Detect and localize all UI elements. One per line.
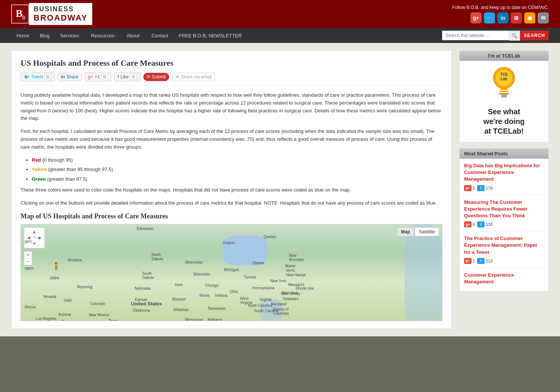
article-para-3: These three colors were used to color co… xyxy=(21,186,442,194)
stat-tw-2: t 133 xyxy=(477,221,492,227)
list-item-yellow: Yellow (greater than 95 through 97.5) xyxy=(32,166,442,173)
satellite-button[interactable]: Satellite xyxy=(415,227,439,236)
search-button[interactable]: SEARCH xyxy=(520,31,549,40)
svg-rect-5 xyxy=(500,91,508,92)
illinois-label: Illinois xyxy=(199,293,210,298)
nav-bar: Home Blog Services Resources About Conta… xyxy=(0,28,560,43)
tcelab-header: I'm at TCELab xyxy=(460,51,548,61)
top-header: BB BUSINESS BROADWAY Follow B.O.B. and k… xyxy=(0,0,560,28)
shared-post-3-title[interactable]: The Practice of Customer Experience Mana… xyxy=(464,235,544,256)
nav-blog[interactable]: Blog xyxy=(35,28,55,43)
indiana-label: Indiana xyxy=(215,293,227,298)
shared-post-1-stats: g+ 5 t 179 xyxy=(464,185,544,191)
email-icon[interactable]: ✉ xyxy=(538,12,549,24)
email-share-label: Share via email xyxy=(181,74,212,80)
newmexico-label: New Mexico xyxy=(89,313,109,317)
map-container[interactable]: ▲ ◀ ⊙ ▶ ▼ + − 🧍 xyxy=(21,224,442,321)
rhode-label: Rhode Isla. xyxy=(296,286,315,290)
map-nav-control[interactable]: ▲ ◀ ⊙ ▶ ▼ xyxy=(24,227,45,248)
nav-about[interactable]: About xyxy=(121,28,146,43)
shared-post-4-title[interactable]: Customer Experience Management xyxy=(464,272,544,285)
map-zoom[interactable]: + − xyxy=(24,251,32,265)
newyork2-label: New York xyxy=(270,279,286,283)
nav-contact[interactable]: Contact xyxy=(146,28,174,43)
google-plus-icon[interactable]: g+ xyxy=(470,12,482,24)
nav-s[interactable]: ▼ xyxy=(32,241,37,246)
nav-nw[interactable] xyxy=(26,229,31,234)
street-view-icon[interactable]: 🧍 xyxy=(52,262,61,271)
zoom-in[interactable]: + xyxy=(24,252,32,258)
share-linkedin-button[interactable]: in Share xyxy=(57,73,82,81)
submit-button[interactable]: ⟳ Submit xyxy=(143,73,169,81)
tweet-button[interactable]: 🐦 Tweet 0 xyxy=(21,72,55,81)
green-label: Green xyxy=(32,176,46,182)
tcelab-line3: at TCELab! xyxy=(466,126,542,136)
gary-label: gary xyxy=(25,239,32,243)
zoom-out[interactable]: − xyxy=(24,258,32,265)
tweet-label: Tweet xyxy=(31,74,43,80)
nav-newsletter[interactable]: FREE B.O.B. NEWSLETTER xyxy=(174,28,247,43)
north-dakota-label: NorthDakota xyxy=(152,253,164,261)
logo-box[interactable]: BB xyxy=(11,4,29,24)
virginia-label: Virginia xyxy=(259,298,271,302)
nav-e[interactable]: ▶ xyxy=(37,235,43,240)
main-wrap: US Hospitals and Process of Care Measure… xyxy=(0,43,560,336)
shared-post-1: Big Data has Big Implications for Custom… xyxy=(460,159,548,195)
twitter-icon[interactable]: 🐦 xyxy=(484,12,495,24)
other-social-icon[interactable]: ⊞ xyxy=(511,12,522,24)
gplus-button[interactable]: g+ +1 0 xyxy=(85,72,112,81)
nav-home[interactable]: Home xyxy=(11,28,35,43)
tennessee-label: Tennessee xyxy=(208,307,225,311)
logo-b-icon: BB xyxy=(16,7,25,21)
atlantic-ocean xyxy=(405,224,442,321)
gplus-icon: g+ xyxy=(88,74,93,80)
phoenix-label: Phoenix xyxy=(61,320,75,321)
search-icon[interactable]: 🔍 xyxy=(509,31,520,41)
red-text: (0 through 95) xyxy=(41,157,73,163)
share-label: Share xyxy=(66,74,78,80)
article-para-4: Clicking on one of the buttons will prov… xyxy=(21,199,442,207)
nav-services[interactable]: Services xyxy=(55,28,86,43)
shared-post-2-title[interactable]: Measuring The Customer Experience Requir… xyxy=(464,199,544,220)
nc-label: North Carolina xyxy=(248,304,272,308)
submit-icon: ⟳ xyxy=(147,74,150,80)
map-button[interactable]: Map xyxy=(397,227,414,236)
ontario-label: Ontario xyxy=(223,241,235,245)
wyoming-label: Wyoming xyxy=(77,285,93,289)
gplus-stat-icon-3: g+ xyxy=(464,258,472,264)
shared-post-2: Measuring The Customer Experience Requir… xyxy=(460,195,548,232)
alabama-label: Alabama xyxy=(208,318,222,321)
california-label: lifornia xyxy=(25,305,35,309)
email-share-button[interactable]: ✉ Share via email xyxy=(172,73,215,81)
logo-text-area[interactable]: BUSINESS BROADWAY xyxy=(29,3,92,25)
minnesota-label: Minnesota xyxy=(185,260,202,264)
nav-se[interactable] xyxy=(37,241,43,246)
mississippi-label: Mississippi xyxy=(185,318,203,321)
most-shared-header: Most Shared Posts xyxy=(460,149,548,159)
shared-post-3: The Practice of Customer Experience Mana… xyxy=(460,231,548,268)
bulb-icon[interactable]: TCE Lab xyxy=(489,65,519,104)
nav-resources[interactable]: Resources xyxy=(86,28,121,43)
twitter-bird-icon: 🐦 xyxy=(24,74,29,80)
list-item-red: Red (0 through 95) xyxy=(32,156,442,164)
map-title: Map of US Hospitals and Process of Care … xyxy=(21,212,442,220)
red-label: Red xyxy=(32,157,41,163)
search-input[interactable] xyxy=(442,31,509,40)
article-para-1: Using publicly available hospital data, … xyxy=(21,91,442,122)
map-type-controls: Map Satellite xyxy=(397,227,439,236)
shared-post-1-title[interactable]: Big Data has Big Implications for Custom… xyxy=(464,162,544,183)
arizona-label: Arizona xyxy=(58,312,71,317)
fb-icon: f xyxy=(118,74,119,80)
tweet-count: 0 xyxy=(44,74,51,80)
nav-center[interactable]: ⊙ xyxy=(32,235,37,240)
rss-icon[interactable]: ◉ xyxy=(524,12,535,24)
linkedin-icon[interactable]: in xyxy=(497,12,508,24)
nav-n[interactable]: ▲ xyxy=(32,229,37,234)
gplus-stat-icon-2: g+ xyxy=(464,221,472,227)
wisconsin-label: Wisconsin xyxy=(193,272,211,276)
unitedstates-label: United States xyxy=(131,301,162,307)
nav-ne[interactable] xyxy=(37,229,43,234)
like-button[interactable]: f Like 0 xyxy=(114,72,140,81)
delaware-label: Delaware xyxy=(283,297,299,301)
ohio-label: Ohio xyxy=(230,290,238,294)
